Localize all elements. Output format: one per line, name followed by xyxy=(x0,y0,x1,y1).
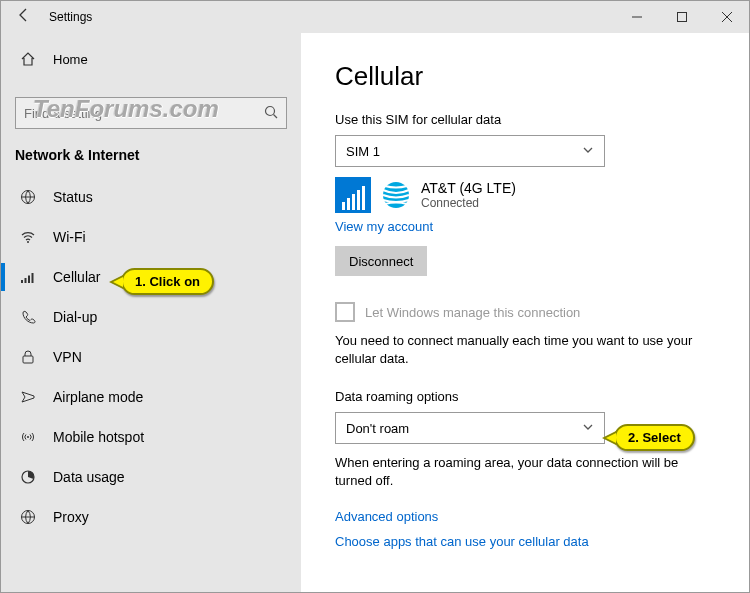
choose-apps-link[interactable]: Choose apps that can use your cellular d… xyxy=(335,534,715,549)
sim-select[interactable]: SIM 1 xyxy=(335,135,605,167)
data-usage-icon xyxy=(19,468,37,486)
close-button[interactable] xyxy=(704,1,749,33)
main-content: Cellular Use this SIM for cellular data … xyxy=(301,33,749,592)
chevron-down-icon xyxy=(582,421,594,436)
advanced-options-link[interactable]: Advanced options xyxy=(335,509,715,524)
home-icon xyxy=(19,51,37,67)
svg-rect-9 xyxy=(32,273,34,283)
airplane-icon xyxy=(19,388,37,406)
svg-rect-7 xyxy=(25,278,27,283)
sidebar-item-label: Airplane mode xyxy=(53,389,143,405)
auto-manage-row[interactable]: Let Windows manage this connection xyxy=(335,302,715,322)
carrier-row: AT&T (4G LTE) Connected xyxy=(335,177,715,213)
auto-manage-label: Let Windows manage this connection xyxy=(365,305,580,320)
sidebar-item-status[interactable]: Status xyxy=(1,177,301,217)
auto-manage-checkbox[interactable] xyxy=(335,302,355,322)
home-nav[interactable]: Home xyxy=(1,41,301,77)
svg-point-2 xyxy=(266,106,275,115)
category-heading: Network & Internet xyxy=(1,129,301,173)
roaming-select[interactable]: Don't roam xyxy=(335,412,605,444)
page-title: Cellular xyxy=(335,61,715,92)
search-field[interactable] xyxy=(24,106,264,121)
sidebar-item-label: Dial-up xyxy=(53,309,97,325)
search-icon xyxy=(264,105,278,122)
callout-1: 1. Click on xyxy=(121,268,214,295)
sim-selected-value: SIM 1 xyxy=(346,144,380,159)
disconnect-button[interactable]: Disconnect xyxy=(335,246,427,276)
carrier-text: AT&T (4G LTE) Connected xyxy=(421,180,516,210)
sidebar-item-proxy[interactable]: Proxy xyxy=(1,497,301,537)
svg-rect-10 xyxy=(23,356,33,363)
sidebar-item-hotspot[interactable]: Mobile hotspot xyxy=(1,417,301,457)
home-label: Home xyxy=(53,52,88,67)
status-icon xyxy=(19,188,37,206)
carrier-state: Connected xyxy=(421,196,516,210)
wifi-icon xyxy=(19,228,37,246)
back-button[interactable] xyxy=(1,8,47,26)
cellular-icon xyxy=(19,268,37,286)
svg-point-5 xyxy=(27,241,29,243)
sidebar-item-label: Wi-Fi xyxy=(53,229,86,245)
roaming-label: Data roaming options xyxy=(335,389,715,404)
sidebar-item-label: VPN xyxy=(53,349,82,365)
roaming-selected-value: Don't roam xyxy=(346,421,409,436)
sidebar-item-dialup[interactable]: Dial-up xyxy=(1,297,301,337)
svg-rect-8 xyxy=(28,276,30,284)
sidebar-item-vpn[interactable]: VPN xyxy=(1,337,301,377)
sidebar: Home TenForums.com Network & Internet St… xyxy=(1,33,301,592)
sidebar-item-label: Proxy xyxy=(53,509,89,525)
sidebar-item-datausage[interactable]: Data usage xyxy=(1,457,301,497)
svg-point-11 xyxy=(27,436,29,438)
view-account-link[interactable]: View my account xyxy=(335,219,715,234)
proxy-icon xyxy=(19,508,37,526)
sidebar-item-airplane[interactable]: Airplane mode xyxy=(1,377,301,417)
roaming-desc: When entering a roaming area, your data … xyxy=(335,454,715,489)
sidebar-item-label: Cellular xyxy=(53,269,100,285)
sim-section-label: Use this SIM for cellular data xyxy=(335,112,715,127)
manual-connect-desc: You need to connect manually each time y… xyxy=(335,332,715,367)
carrier-name: AT&T (4G LTE) xyxy=(421,180,516,196)
sidebar-item-wifi[interactable]: Wi-Fi xyxy=(1,217,301,257)
dialup-icon xyxy=(19,308,37,326)
att-logo-icon xyxy=(381,180,411,210)
titlebar: Settings xyxy=(1,1,749,33)
search-input[interactable] xyxy=(15,97,287,129)
svg-rect-1 xyxy=(677,13,686,22)
hotspot-icon xyxy=(19,428,37,446)
signal-tile-icon xyxy=(335,177,371,213)
sidebar-item-label: Data usage xyxy=(53,469,125,485)
window-title: Settings xyxy=(49,10,92,24)
minimize-button[interactable] xyxy=(614,1,659,33)
vpn-icon xyxy=(19,348,37,366)
nav-list: Status Wi-Fi Cellular Dial-up VPN Airpla… xyxy=(1,177,301,537)
sidebar-item-label: Status xyxy=(53,189,93,205)
sidebar-item-label: Mobile hotspot xyxy=(53,429,144,445)
svg-rect-6 xyxy=(21,280,23,283)
callout-2: 2. Select xyxy=(614,424,695,451)
maximize-button[interactable] xyxy=(659,1,704,33)
svg-line-3 xyxy=(274,114,278,118)
chevron-down-icon xyxy=(582,144,594,159)
